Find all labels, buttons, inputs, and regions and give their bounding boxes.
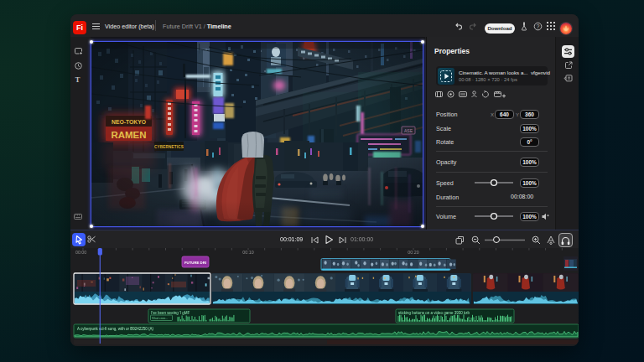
- svg-text:00:00: 00:00: [75, 250, 86, 255]
- svg-text:00:10: 00:10: [242, 250, 253, 255]
- svg-text:sticking buttons on a video ga: sticking buttons on a video game 3930 kz…: [398, 311, 470, 315]
- svg-text:?: ?: [537, 23, 540, 29]
- svg-text:00:20: 00:20: [408, 250, 418, 255]
- svg-text:I've been seeing 'I gMF: I've been seeing 'I gMF: [151, 311, 190, 315]
- svg-text:FUTURE DRI: FUTURE DRI: [184, 261, 206, 265]
- svg-text:A cyberpunk sci-fi song, with: A cyberpunk sci-fi song, with or B924225…: [77, 327, 154, 331]
- svg-text:Vfast cree...: Vfast cree...: [152, 317, 168, 320]
